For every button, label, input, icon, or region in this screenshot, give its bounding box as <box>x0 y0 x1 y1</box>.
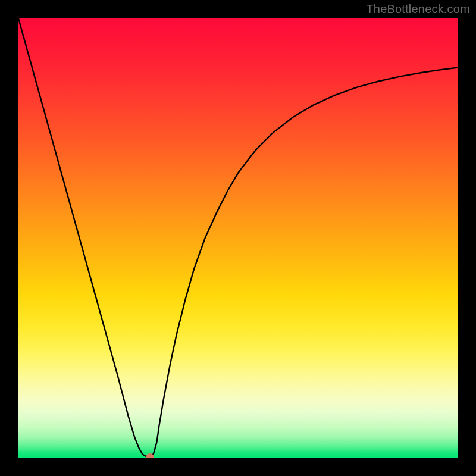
plot-area <box>18 18 458 458</box>
chart-frame: TheBottleneck.com <box>0 0 476 476</box>
bottleneck-curve <box>18 18 458 457</box>
watermark: TheBottleneck.com <box>366 2 470 16</box>
curve-svg <box>18 18 458 458</box>
